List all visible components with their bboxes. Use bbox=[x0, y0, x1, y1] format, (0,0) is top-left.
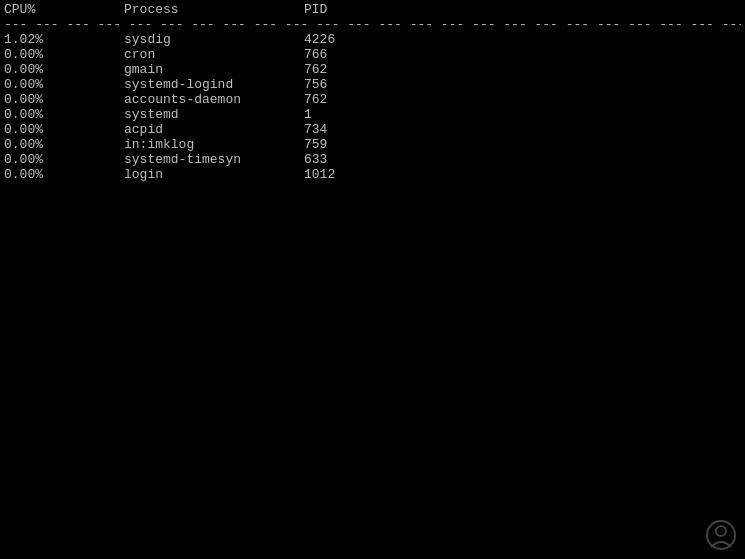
table-row: 1.02%sysdig4226 bbox=[4, 32, 741, 47]
process-value: systemd-logind bbox=[124, 77, 304, 92]
table-header: CPU% Process PID bbox=[4, 2, 741, 17]
process-value: login bbox=[124, 167, 304, 182]
separator-line: --- --- --- --- --- --- --- --- --- --- … bbox=[4, 17, 741, 32]
cpu-value: 0.00% bbox=[4, 92, 124, 107]
watermark-icon bbox=[705, 519, 737, 551]
pid-value: 766 bbox=[304, 47, 424, 62]
process-header: Process bbox=[124, 2, 304, 17]
process-value: systemd bbox=[124, 107, 304, 122]
table-row: 0.00%cron766 bbox=[4, 47, 741, 62]
process-value: acpid bbox=[124, 122, 304, 137]
process-value: gmain bbox=[124, 62, 304, 77]
process-value: systemd-timesyn bbox=[124, 152, 304, 167]
cpu-value: 0.00% bbox=[4, 137, 124, 152]
table-row: 0.00%in:imklog759 bbox=[4, 137, 741, 152]
table-row: 0.00%accounts-daemon762 bbox=[4, 92, 741, 107]
cpu-value: 1.02% bbox=[4, 32, 124, 47]
process-table: 1.02%sysdig42260.00%cron7660.00%gmain762… bbox=[4, 32, 741, 182]
pid-value: 1012 bbox=[304, 167, 424, 182]
process-value: cron bbox=[124, 47, 304, 62]
process-value: in:imklog bbox=[124, 137, 304, 152]
cpu-value: 0.00% bbox=[4, 152, 124, 167]
table-row: 0.00%login1012 bbox=[4, 167, 741, 182]
terminal-window: CPU% Process PID --- --- --- --- --- ---… bbox=[0, 0, 745, 559]
pid-value: 1 bbox=[304, 107, 424, 122]
pid-value: 759 bbox=[304, 137, 424, 152]
cpu-value: 0.00% bbox=[4, 107, 124, 122]
table-row: 0.00%systemd-logind756 bbox=[4, 77, 741, 92]
process-value: sysdig bbox=[124, 32, 304, 47]
pid-value: 762 bbox=[304, 92, 424, 107]
process-value: accounts-daemon bbox=[124, 92, 304, 107]
table-row: 0.00%acpid734 bbox=[4, 122, 741, 137]
table-row: 0.00%gmain762 bbox=[4, 62, 741, 77]
pid-value: 633 bbox=[304, 152, 424, 167]
cpu-value: 0.00% bbox=[4, 77, 124, 92]
table-row: 0.00%systemd1 bbox=[4, 107, 741, 122]
svg-point-1 bbox=[716, 526, 726, 536]
cpu-value: 0.00% bbox=[4, 122, 124, 137]
table-row: 0.00%systemd-timesyn633 bbox=[4, 152, 741, 167]
cpu-value: 0.00% bbox=[4, 47, 124, 62]
cpu-value: 0.00% bbox=[4, 62, 124, 77]
cpu-header: CPU% bbox=[4, 2, 124, 17]
cpu-value: 0.00% bbox=[4, 167, 124, 182]
pid-value: 762 bbox=[304, 62, 424, 77]
pid-value: 756 bbox=[304, 77, 424, 92]
pid-header: PID bbox=[304, 2, 424, 17]
pid-value: 734 bbox=[304, 122, 424, 137]
pid-value: 4226 bbox=[304, 32, 424, 47]
